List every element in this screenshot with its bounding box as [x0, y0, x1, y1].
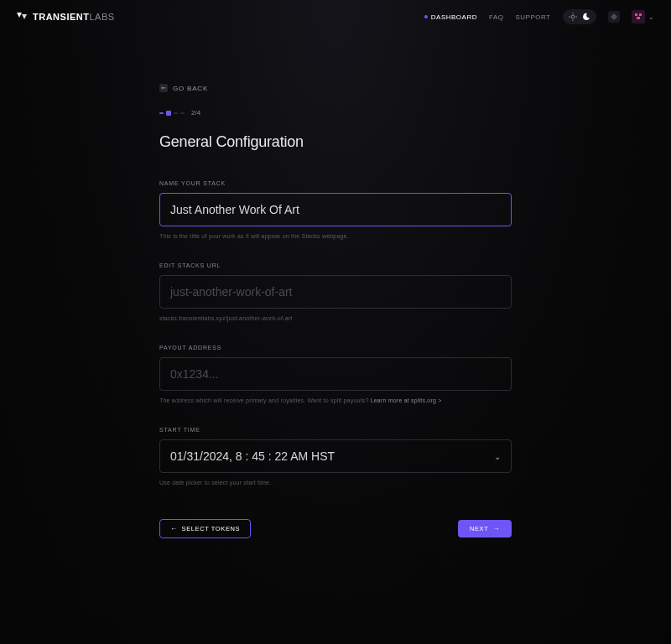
arrow-left-icon: ←: [170, 525, 178, 532]
progress-count: 2/4: [191, 109, 200, 117]
svg-rect-7: [635, 13, 637, 16]
name-label: NAME YOUR STACK: [159, 180, 512, 186]
url-placeholder: just-another-work-of-art: [170, 285, 293, 299]
chevron-down-icon: ⌄: [494, 452, 501, 461]
next-label: NEXT: [470, 525, 488, 532]
sun-icon: [568, 12, 578, 22]
url-input[interactable]: just-another-work-of-art: [159, 275, 512, 309]
progress-step-2: [166, 111, 171, 116]
progress-step-3: [174, 112, 178, 114]
start-value: 01/31/2024, 8 : 45 : 22 AM HST: [170, 449, 335, 463]
payout-label: PAYOUT ADDRESS: [159, 345, 512, 351]
svg-rect-9: [637, 17, 640, 19]
moon-icon: [581, 12, 591, 22]
field-payout: PAYOUT ADDRESS 0x1234... The address whi…: [159, 345, 512, 403]
top-bar: TRANSIENTLABS DASHBOARD FAQ SUPPORT ⌄: [0, 0, 671, 34]
select-tokens-button[interactable]: ← SELECT TOKENS: [159, 519, 251, 538]
brand-logo[interactable]: TRANSIENTLABS: [17, 12, 115, 22]
start-helper: Use date picker to select your start tim…: [159, 480, 512, 486]
svg-marker-0: [17, 13, 22, 18]
name-input[interactable]: Just Another Work Of Art: [159, 193, 512, 226]
back-arrow-icon: ⇐: [159, 84, 168, 92]
field-start-time: START TIME 01/31/2024, 8 : 45 : 22 AM HS…: [159, 427, 512, 486]
payout-placeholder: 0x1234...: [170, 367, 219, 381]
arrow-right-icon: →: [492, 525, 500, 532]
name-value: Just Another Work Of Art: [170, 203, 299, 216]
field-name: NAME YOUR STACK Just Another Work Of Art…: [159, 180, 512, 239]
page-title: General Configuration: [159, 133, 512, 151]
next-button[interactable]: NEXT →: [458, 520, 512, 538]
progress-step-1: [159, 112, 164, 114]
avatar-icon: [632, 10, 645, 23]
progress-indicator: [159, 111, 185, 116]
name-helper: This is the title of your work as it wil…: [159, 233, 512, 239]
field-url: EDIT STACKS URL just-another-work-of-art…: [159, 262, 512, 321]
chevron-down-icon: ⌄: [648, 13, 655, 21]
svg-marker-1: [22, 14, 27, 19]
splits-link[interactable]: Learn more at splits.org >: [371, 397, 442, 403]
nav-dashboard[interactable]: DASHBOARD: [424, 13, 477, 21]
select-tokens-label: SELECT TOKENS: [182, 525, 241, 532]
url-helper: stacks.transientlabs.xyz/just-another-wo…: [159, 315, 512, 321]
user-menu[interactable]: ⌄: [632, 10, 655, 23]
svg-point-2: [571, 15, 575, 18]
nav-faq[interactable]: FAQ: [489, 13, 504, 21]
footer-buttons: ← SELECT TOKENS NEXT →: [159, 519, 512, 538]
wallet-icon[interactable]: [608, 11, 620, 23]
top-nav: DASHBOARD FAQ SUPPORT ⌄: [424, 9, 654, 24]
go-back-label: GO BACK: [173, 85, 208, 92]
svg-rect-8: [639, 13, 642, 16]
start-time-picker[interactable]: 01/31/2024, 8 : 45 : 22 AM HST ⌄: [159, 439, 512, 473]
go-back-button[interactable]: ⇐ GO BACK: [159, 84, 512, 92]
page-content: ⇐ GO BACK 2/4 General Configuration NAME…: [159, 84, 512, 538]
url-label: EDIT STACKS URL: [159, 262, 512, 268]
start-label: START TIME: [159, 427, 512, 433]
nav-support[interactable]: SUPPORT: [515, 13, 550, 21]
brand-light: LABS: [89, 12, 114, 22]
progress-row: 2/4: [159, 109, 512, 117]
payout-input[interactable]: 0x1234...: [159, 357, 512, 391]
brand-glyph-icon: [17, 13, 29, 21]
theme-toggle[interactable]: [563, 9, 596, 24]
progress-step-4: [180, 112, 185, 114]
payout-helper-text: The address which will receive primary a…: [159, 397, 371, 403]
brand-strong: TRANSIENT: [33, 12, 89, 22]
payout-helper: The address which will receive primary a…: [159, 397, 512, 403]
